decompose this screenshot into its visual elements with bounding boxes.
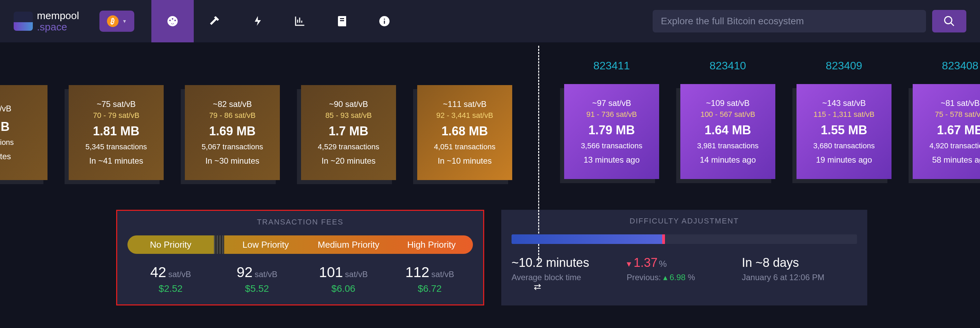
difficulty-marker bbox=[662, 234, 665, 244]
pct-sign: % bbox=[688, 273, 695, 282]
block-fee-rate: ~109 sat/vB bbox=[706, 99, 749, 108]
block-eta: In ~20 minutes bbox=[321, 156, 375, 166]
search-icon bbox=[943, 15, 955, 27]
mempool-block[interactable]: ~82 sat/vB 79 - 86 sat/vB 1.69 MB 5,067 … bbox=[185, 85, 280, 180]
nav-about[interactable] bbox=[363, 0, 406, 42]
block-fee-range: 85 - 93 sat/vB bbox=[325, 111, 372, 120]
block-fee-rate: ~81 sat/vB bbox=[941, 99, 980, 108]
info-icon bbox=[378, 15, 391, 27]
block-age: 13 minutes ago bbox=[584, 155, 640, 165]
mined-block[interactable]: ~143 sat/vB 115 - 1,311 sat/vB 1.55 MB 3… bbox=[797, 84, 891, 179]
mempool-block[interactable]: ~75 sat/vB 70 - 79 sat/vB 1.81 MB 5,345 … bbox=[69, 85, 164, 180]
block-size: 1.7 MB bbox=[329, 124, 368, 139]
block-tx-count: 4,051 transactions bbox=[434, 142, 495, 151]
transaction-fees-panel: TRANSACTION FEES No Priority Low Priorit… bbox=[116, 210, 484, 306]
block-fee-rate: ~143 sat/vB bbox=[822, 99, 865, 108]
block-age: 58 minutes ago bbox=[932, 155, 980, 165]
mempool-block[interactable]: ~111 sat/vB 92 - 3,441 sat/vB 1.68 MB 4,… bbox=[417, 85, 512, 180]
logo-text-top: mempool bbox=[37, 10, 79, 21]
mined-block[interactable]: ~97 sat/vB 91 - 736 sat/vB 1.79 MB 3,566… bbox=[564, 84, 659, 179]
block-fee-range: 100 - 567 sat/vB bbox=[700, 110, 755, 119]
block-height[interactable]: 823409 bbox=[826, 59, 862, 72]
mempool-divider bbox=[538, 46, 539, 264]
fee-segment-gap bbox=[214, 236, 224, 254]
block-fee-rate: ~75 sat/vB bbox=[97, 99, 136, 109]
next-adjustment-eta: In ~8 days bbox=[742, 256, 857, 270]
mined-block[interactable]: ~81 sat/vB 75 - 578 sat/vB 1.67 MB 4,920… bbox=[913, 84, 980, 179]
fee-value-high: 112 bbox=[405, 264, 429, 280]
block-tx-count: 5,345 transactions bbox=[86, 142, 147, 151]
chart-icon bbox=[294, 15, 306, 27]
panel-title: TRANSACTION FEES bbox=[127, 218, 473, 226]
bitcoin-icon: ₿ bbox=[106, 14, 119, 28]
block-fee-rate: ~97 sat/vB bbox=[592, 99, 631, 108]
previous-value: 6.98 bbox=[663, 273, 686, 282]
block-fee-rate: ~111 sat/vB bbox=[443, 99, 486, 109]
logo[interactable]: mempool .space bbox=[14, 10, 79, 32]
block-fee-range: 91 - 736 sat/vB bbox=[586, 110, 637, 119]
block-age: 14 minutes ago bbox=[700, 155, 756, 165]
block-fee-range: 92 - 3,441 sat/vB bbox=[436, 111, 493, 120]
block-tx-count: 5,067 transactions bbox=[202, 142, 263, 151]
block-tx-count: 4,529 transactions bbox=[318, 142, 379, 151]
hammer-icon bbox=[209, 15, 221, 27]
block-tx-count: sactions bbox=[0, 138, 14, 147]
difficulty-change: 1.37 bbox=[627, 256, 657, 269]
fee-priority-bar: No Priority Low Priority Medium Priority… bbox=[127, 236, 473, 254]
fee-unit: sat/vB bbox=[168, 269, 191, 279]
block-height[interactable]: 823410 bbox=[710, 59, 746, 72]
mempool-block[interactable]: sat/vB MB sactions inutes bbox=[0, 85, 48, 180]
search-input[interactable] bbox=[653, 10, 926, 32]
mempool-block[interactable]: ~90 sat/vB 85 - 93 sat/vB 1.7 MB 4,529 t… bbox=[301, 85, 396, 180]
block-eta: In ~30 minutes bbox=[205, 156, 259, 166]
block-fee-range: 115 - 1,311 sat/vB bbox=[814, 110, 875, 119]
block-fee-range: 70 - 79 sat/vB bbox=[93, 111, 139, 120]
next-adjustment-date: January 6 at 12:06 PM bbox=[742, 273, 857, 282]
difficulty-adjustment-panel: DIFFICULTY ADJUSTMENT ~10.2 minutes Aver… bbox=[501, 210, 867, 306]
logo-text-bottom: .space bbox=[37, 21, 79, 32]
fee-unit: sat/vB bbox=[431, 269, 454, 279]
fee-usd-no: $2.52 bbox=[127, 283, 214, 294]
nav-dashboard[interactable] bbox=[151, 0, 194, 42]
block-fee-range: 75 - 578 sat/vB bbox=[935, 110, 980, 119]
block-tx-count: 3,566 transactions bbox=[581, 142, 643, 150]
nav-charts[interactable] bbox=[278, 0, 321, 42]
fee-unit: sat/vB bbox=[345, 269, 368, 279]
block-height[interactable]: 823411 bbox=[593, 59, 630, 72]
fee-value-no: 42 bbox=[150, 264, 166, 280]
block-size: MB bbox=[0, 119, 10, 134]
search-button[interactable] bbox=[932, 10, 966, 32]
nav-mining[interactable] bbox=[194, 0, 236, 42]
swap-icon: ⇄ bbox=[534, 282, 541, 292]
mined-block[interactable]: ~109 sat/vB 100 - 567 sat/vB 1.64 MB 3,9… bbox=[680, 84, 775, 179]
block-eta: In ~41 minutes bbox=[89, 156, 143, 166]
block-eta: In ~10 minutes bbox=[438, 156, 492, 166]
block-size: 1.81 MB bbox=[93, 124, 139, 139]
block-size: 1.64 MB bbox=[705, 123, 751, 137]
coin-selector[interactable]: ₿ ▼ bbox=[99, 11, 134, 32]
panel-title: DIFFICULTY ADJUSTMENT bbox=[512, 217, 857, 226]
fee-usd-low: $5.52 bbox=[214, 283, 301, 294]
fee-usd-med: $6.06 bbox=[301, 283, 387, 294]
mined-blocks-row: 823411 ~97 sat/vB 91 - 736 sat/vB 1.79 M… bbox=[554, 59, 980, 179]
block-height[interactable]: 823408 bbox=[942, 59, 978, 72]
nav-docs[interactable] bbox=[321, 0, 363, 42]
gauge-icon bbox=[166, 15, 179, 27]
block-size: 1.67 MB bbox=[937, 123, 980, 137]
previous-label: Previous: bbox=[627, 273, 661, 282]
fee-usd-high: $6.72 bbox=[387, 283, 473, 294]
nav-lightning[interactable] bbox=[236, 0, 278, 42]
avg-block-time: ~10.2 minutes bbox=[512, 256, 627, 270]
difficulty-progress-bar bbox=[512, 234, 857, 244]
fee-value-low: 92 bbox=[237, 264, 253, 280]
fee-segment-no-priority: No Priority bbox=[127, 236, 214, 254]
chevron-down-icon: ▼ bbox=[122, 18, 127, 24]
fee-segment-medium-priority: Medium Priority bbox=[307, 236, 390, 254]
block-fee-range: 79 - 86 sat/vB bbox=[209, 111, 256, 120]
block-fee-rate: ~90 sat/vB bbox=[329, 99, 368, 109]
block-size: 1.55 MB bbox=[821, 123, 867, 137]
mempool-blocks-row: sat/vB MB sactions inutes ~75 sat/vB 70 … bbox=[0, 59, 523, 180]
bolt-icon bbox=[251, 15, 264, 27]
fee-segment-high-priority: High Priority bbox=[390, 236, 473, 254]
block-fee-rate: ~82 sat/vB bbox=[213, 99, 252, 109]
